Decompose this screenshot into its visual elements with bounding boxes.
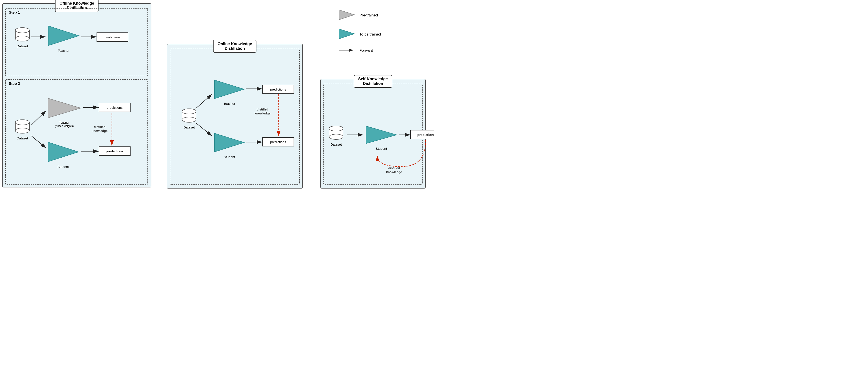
student-step2: Student: [45, 140, 81, 169]
predictions-student-online: predictions: [262, 137, 294, 147]
teacher-step1: Teacher: [46, 24, 81, 53]
svg-marker-37: [366, 126, 397, 143]
distilled-knowledge-step2: distilledknowledge: [92, 125, 107, 133]
legend-pretrained-shape: [338, 9, 355, 22]
dataset-self-label: Dataset: [331, 142, 342, 146]
teacher-online: Teacher: [212, 78, 246, 105]
dataset-step2-label: Dataset: [17, 136, 28, 140]
svg-marker-20: [48, 26, 79, 45]
step1-label: Step 1: [9, 10, 20, 15]
legend-panel: Pre-trained To be trained: [338, 9, 421, 61]
svg-marker-31: [215, 80, 244, 99]
teacher-step1-label: Teacher: [58, 49, 69, 53]
legend-pretrained: Pre-trained: [338, 9, 421, 22]
svg-marker-32: [215, 133, 244, 152]
diagram-container: Offline Knowledge Distillation Step 1 St…: [0, 0, 434, 195]
step2-label: Step 2: [9, 82, 20, 86]
distilled-knowledge-self: distilledknowledge: [386, 166, 402, 174]
predictions-step1: predictions: [97, 32, 128, 42]
teacher-frozen-label: Teacher(frozen weights): [55, 121, 73, 128]
student-online-label: Student: [224, 155, 235, 159]
legend-to-be-trained: To be trained: [338, 28, 421, 41]
student-step2-label: Student: [58, 165, 69, 169]
svg-point-30: [182, 109, 196, 114]
legend-tbt-label: To be trained: [360, 32, 381, 37]
dataset-step1-label: Dataset: [17, 44, 28, 48]
svg-marker-39: [339, 29, 354, 39]
dataset-step1: Dataset: [13, 26, 32, 48]
dataset-online-label: Dataset: [183, 125, 195, 129]
pred-teacher-online-text: predictions: [270, 88, 286, 91]
distilled-knowledge-online: distilledknowledge: [254, 107, 270, 115]
dataset-step2: Dataset: [13, 119, 32, 140]
pred-step2-student-text: predictions: [106, 149, 124, 153]
svg-point-23: [16, 128, 29, 133]
legend-tbt-shape: [338, 28, 355, 41]
legend-forward: Forward: [338, 47, 421, 54]
student-online: Student: [212, 131, 246, 159]
svg-point-18: [16, 36, 29, 41]
svg-point-29: [182, 117, 196, 122]
pred-student-online-text: predictions: [270, 140, 286, 144]
legend-pretrained-label: Pre-trained: [360, 13, 378, 18]
student-self-label: Student: [376, 147, 387, 151]
pred-self-text: predictions: [417, 133, 434, 137]
legend-forward-shape: [338, 47, 355, 54]
predictions-teacher-online: predictions: [262, 85, 294, 94]
predictions-step2-teacher: predictions: [99, 103, 130, 112]
svg-marker-38: [339, 10, 354, 20]
pred-step2-teacher-text: predictions: [106, 106, 123, 109]
legend-forward-label: Forward: [360, 48, 373, 53]
student-self: Student: [364, 124, 399, 151]
predictions-step2-student: predictions: [99, 147, 130, 156]
dataset-self: Dataset: [327, 125, 346, 146]
dataset-online: Dataset: [180, 107, 199, 129]
online-title-line1: Online Knowledge: [217, 42, 252, 46]
predictions-self: predictions: [410, 130, 434, 139]
pred-step1-text: predictions: [104, 35, 120, 39]
offline-title-line1: Offline Knowledge: [59, 1, 94, 5]
teacher-frozen-step2: Teacher(frozen weights): [45, 96, 83, 128]
svg-point-35: [329, 134, 343, 139]
svg-point-24: [16, 120, 29, 125]
svg-point-36: [329, 126, 343, 131]
svg-point-19: [16, 28, 29, 33]
teacher-online-label: Teacher: [224, 102, 235, 105]
self-title-line1: Self-Knowledge: [358, 77, 388, 81]
svg-marker-25: [48, 98, 81, 118]
svg-marker-26: [48, 142, 79, 162]
